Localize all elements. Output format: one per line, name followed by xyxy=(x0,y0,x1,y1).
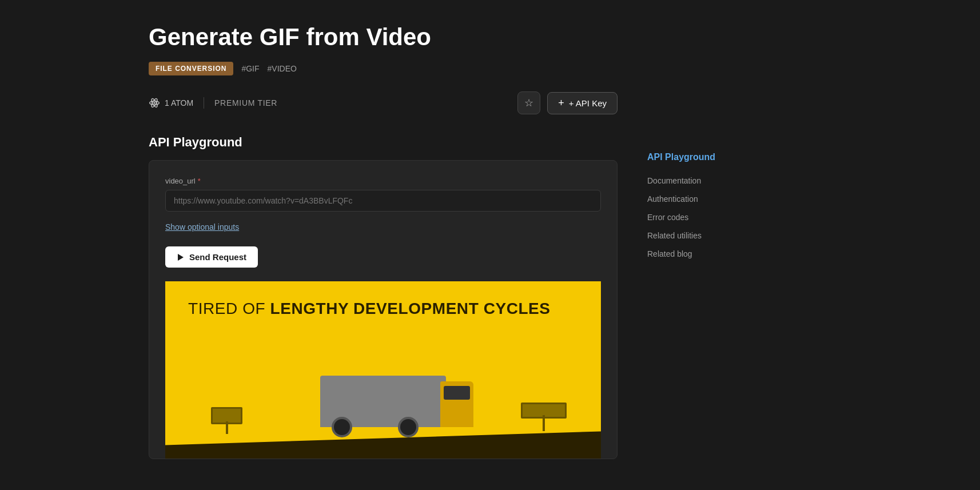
gif-headline: TIRED OF LENGTHY DEVELOPMENT CYCLES xyxy=(188,298,578,319)
sidebar-navigation: API Playground Documentation Authenticat… xyxy=(640,149,800,262)
sidebar-item-related-blog[interactable]: Related blog xyxy=(640,246,800,262)
field-label-row: video_url * xyxy=(165,177,601,185)
sidebar-item-documentation[interactable]: Documentation xyxy=(640,173,800,189)
section-title: API Playground xyxy=(149,135,618,150)
show-optional-link[interactable]: Show optional inputs xyxy=(165,222,239,232)
gif-headline-plain: TIRED OF xyxy=(188,300,270,317)
send-request-label: Send Request xyxy=(189,252,246,262)
tier-label: PREMIUM TIER xyxy=(214,98,277,107)
gif-text-overlay: TIRED OF LENGTHY DEVELOPMENT CYCLES xyxy=(165,281,601,319)
tag-gif: #GIF xyxy=(241,64,259,73)
truck-scene xyxy=(165,320,601,459)
sign-left xyxy=(211,407,242,424)
center-content: Generate GIF from Video FILE CONVERSION … xyxy=(149,23,640,467)
atom-icon xyxy=(149,97,160,109)
sidebar-item-error-codes[interactable]: Error codes xyxy=(640,209,800,225)
right-sidebar: API Playground Documentation Authenticat… xyxy=(640,23,800,467)
field-name: video_url xyxy=(165,177,196,185)
truck-cab xyxy=(440,381,473,427)
category-tag[interactable]: FILE CONVERSION xyxy=(149,62,233,75)
sidebar-item-authentication[interactable]: Authentication xyxy=(640,191,800,207)
tag-video: #VIDEO xyxy=(268,64,297,73)
meta-row: 1 ATOM PREMIUM TIER ☆ + + API Key xyxy=(149,91,618,114)
page-title: Generate GIF from Video xyxy=(149,23,618,51)
favorite-button[interactable]: ☆ xyxy=(517,91,540,114)
atom-badge: 1 ATOM xyxy=(149,97,193,109)
plus-icon: + xyxy=(558,97,564,109)
meta-right: ☆ + + API Key xyxy=(517,91,618,114)
playground-section: API Playground video_url * Show optional… xyxy=(149,135,618,459)
main-layout: Generate GIF from Video FILE CONVERSION … xyxy=(0,0,980,490)
truck xyxy=(320,376,446,427)
required-indicator: * xyxy=(198,177,201,185)
api-key-button[interactable]: + + API Key xyxy=(547,92,618,114)
video-url-input[interactable] xyxy=(165,190,601,212)
sign-right xyxy=(521,403,567,419)
gif-preview: TIRED OF LENGTHY DEVELOPMENT CYCLES xyxy=(165,281,601,459)
star-icon: ☆ xyxy=(524,97,533,109)
svg-point-3 xyxy=(153,102,155,104)
truck-wheels xyxy=(332,417,419,437)
gif-headline-bold: LENGTHY DEVELOPMENT CYCLES xyxy=(270,300,550,317)
tags-row: FILE CONVERSION #GIF #VIDEO xyxy=(149,62,618,75)
play-icon xyxy=(177,253,185,261)
wheel-rear xyxy=(398,417,419,437)
meta-divider xyxy=(204,97,204,109)
send-request-button[interactable]: Send Request xyxy=(165,246,258,268)
api-key-label: + API Key xyxy=(569,98,607,108)
meta-left: 1 ATOM PREMIUM TIER xyxy=(149,97,277,109)
wheel-front xyxy=(332,417,352,437)
playground-card: video_url * Show optional inputs Send Re… xyxy=(149,160,618,459)
sidebar-item-related-utilities[interactable]: Related utilities xyxy=(640,228,800,244)
atom-count: 1 ATOM xyxy=(165,98,193,107)
truck-cab-window xyxy=(444,386,470,400)
sidebar-item-api-playground[interactable]: API Playground xyxy=(640,149,800,166)
play-triangle xyxy=(178,254,184,261)
